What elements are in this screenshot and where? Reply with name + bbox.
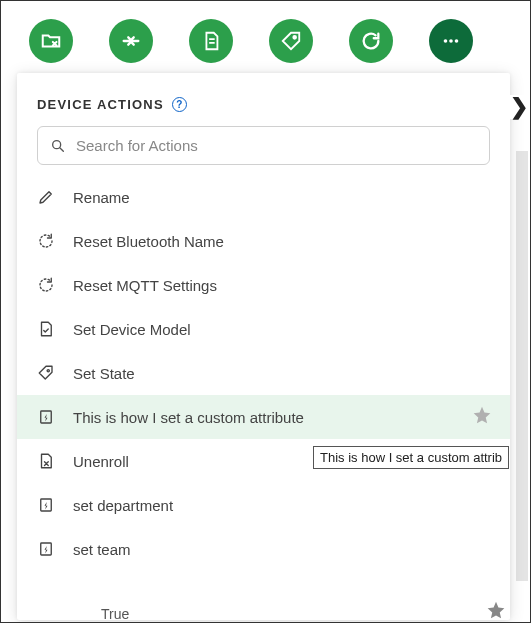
svg-point-1 <box>444 39 448 43</box>
document-button[interactable] <box>189 19 233 63</box>
tooltip: This is how I set a custom attrib <box>313 446 509 469</box>
svg-point-4 <box>53 140 61 148</box>
svg-point-5 <box>47 370 49 372</box>
pencil-icon <box>37 188 55 206</box>
panel-header: DEVICE ACTIONS ? <box>17 97 510 126</box>
action-item-reset-mqtt-settings[interactable]: Reset MQTT Settings <box>17 263 510 307</box>
tag-icon <box>280 30 302 52</box>
bolt-icon <box>37 496 55 514</box>
bolt-icon <box>37 540 55 558</box>
action-label: Set State <box>73 365 135 382</box>
action-item-rename[interactable]: Rename <box>17 175 510 219</box>
action-label: set team <box>73 541 131 558</box>
document-icon <box>200 30 222 52</box>
action-item-reset-bluetooth-name[interactable]: Reset Bluetooth Name <box>17 219 510 263</box>
action-label: This is how I set a custom attribute <box>73 409 304 426</box>
device-actions-panel: DEVICE ACTIONS ? Rename Reset Bluetooth … <box>17 73 510 620</box>
doc-x-icon <box>37 452 55 470</box>
toolbar <box>1 1 530 77</box>
action-item-set-team[interactable]: set team <box>17 527 510 571</box>
action-list: Rename Reset Bluetooth Name Reset MQTT S… <box>17 175 510 571</box>
bottom-value: True <box>101 606 129 622</box>
panel-title: DEVICE ACTIONS <box>37 97 164 112</box>
svg-point-0 <box>293 36 296 39</box>
refresh-button[interactable] <box>349 19 393 63</box>
folder-remove-button[interactable] <box>29 19 73 63</box>
action-item-set-department[interactable]: set department <box>17 483 510 527</box>
reset-dots-icon <box>37 276 55 294</box>
action-item-set-state[interactable]: Set State <box>17 351 510 395</box>
folder-remove-icon <box>40 30 62 52</box>
action-label: Set Device Model <box>73 321 191 338</box>
svg-point-3 <box>455 39 459 43</box>
tag-outline-icon <box>37 364 55 382</box>
search-input[interactable] <box>76 137 477 154</box>
bottom-star-icon <box>486 600 506 623</box>
help-icon[interactable]: ? <box>172 97 187 112</box>
action-label: Reset Bluetooth Name <box>73 233 224 250</box>
reset-dots-icon <box>37 232 55 250</box>
search-wrap[interactable] <box>37 126 490 165</box>
action-item-this-is-how-i-set-a-custom-attribute[interactable]: This is how I set a custom attribute <box>17 395 510 439</box>
refresh-icon <box>360 30 382 52</box>
merge-button[interactable] <box>109 19 153 63</box>
action-label: Unenroll <box>73 453 129 470</box>
more-icon <box>440 30 462 52</box>
tag-button[interactable] <box>269 19 313 63</box>
action-label: Reset MQTT Settings <box>73 277 217 294</box>
more-button[interactable] <box>429 19 473 63</box>
chevron-right-icon[interactable]: ❯ <box>510 95 528 119</box>
bolt-icon <box>37 408 55 426</box>
action-label: set department <box>73 497 173 514</box>
merge-icon <box>120 30 142 52</box>
action-label: Rename <box>73 189 130 206</box>
doc-check-icon <box>37 320 55 338</box>
action-item-set-device-model[interactable]: Set Device Model <box>17 307 510 351</box>
background-strip <box>516 151 528 581</box>
svg-point-2 <box>449 39 453 43</box>
search-icon <box>50 138 66 154</box>
star-icon[interactable] <box>472 405 492 429</box>
